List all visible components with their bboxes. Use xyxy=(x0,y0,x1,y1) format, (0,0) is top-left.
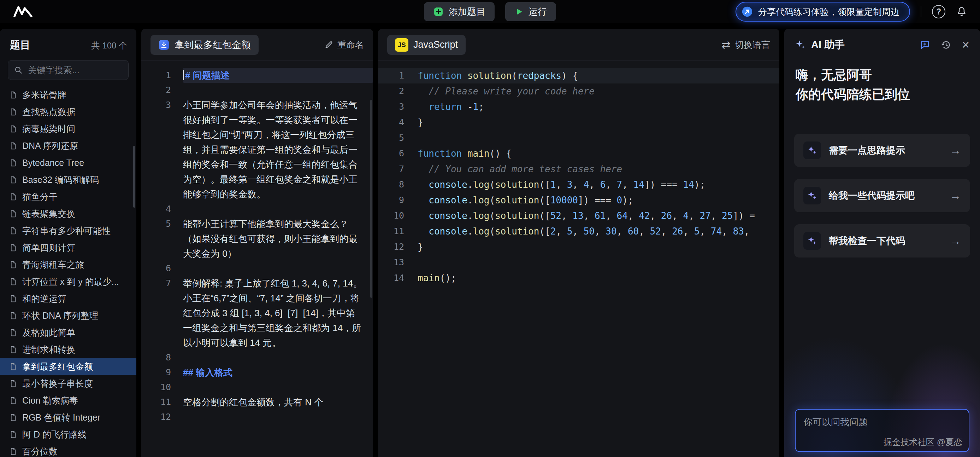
document-icon xyxy=(9,295,18,303)
problem-title-tab[interactable]: 拿到最多红包金额 xyxy=(151,35,259,55)
sidebar-item[interactable]: DNA 序列还原 xyxy=(0,137,136,154)
sidebar-item[interactable]: 进制求和转换 xyxy=(0,341,136,358)
line-number: 12 xyxy=(378,239,418,255)
document-icon xyxy=(9,363,18,371)
suggestion-label: 需要一点思路提示 xyxy=(829,144,905,157)
rename-button[interactable]: 重命名 xyxy=(324,39,364,51)
sidebar-item[interactable]: 病毒感染时间 xyxy=(0,120,136,137)
topbar-actions: 添加题目 运行 xyxy=(424,2,556,21)
sidebar-item-label: 百分位数 xyxy=(22,446,57,457)
history-icon[interactable] xyxy=(941,40,951,50)
markdown-line: 5能帮小王计算下他能拿到的最大奖金么？（如果没有红包可获得，则小王能拿到的最大奖… xyxy=(141,216,373,261)
code-panel-header: JS JavaScript ⇄ 切换语言 xyxy=(378,29,780,61)
sidebar-item[interactable]: RGB 色值转 Integer xyxy=(0,409,136,426)
share-banner[interactable]: 分享代码练习体验，领限量定制周边 xyxy=(735,2,910,22)
sidebar-item[interactable]: 查找热点数据 xyxy=(0,103,136,120)
markdown-editor[interactable]: 1# 问题描述23小王同学参加公司年会的抽奖活动，他运气很好抽到了一等奖。一等奖… xyxy=(141,61,373,457)
sidebar-item[interactable]: 阿 D 的飞行路线 xyxy=(0,426,136,443)
sidebar-item[interactable]: 和的逆运算 xyxy=(0,290,136,307)
sidebar-scrollbar[interactable] xyxy=(133,146,135,208)
document-icon xyxy=(9,176,18,184)
run-button[interactable]: 运行 xyxy=(505,2,556,21)
markdown-line-text xyxy=(183,83,373,97)
sidebar-item[interactable]: 链表聚集交换 xyxy=(0,205,136,222)
ai-title-wrap: AI 助手 xyxy=(795,38,845,52)
play-icon xyxy=(514,7,523,16)
sidebar-item[interactable]: Base32 编码和解码 xyxy=(0,171,136,188)
line-number: 1 xyxy=(378,68,418,83)
sidebar-item-label: 最小替换子串长度 xyxy=(22,378,93,390)
code-line: 3 return -1; xyxy=(378,99,780,115)
search-box[interactable] xyxy=(8,60,129,80)
divider xyxy=(921,6,921,17)
document-icon xyxy=(9,380,18,388)
new-chat-icon[interactable] xyxy=(920,40,930,50)
line-number: 8 xyxy=(378,177,418,192)
ai-input[interactable] xyxy=(795,410,969,451)
sidebar-title: 题目 xyxy=(10,38,30,52)
sidebar-item-label: 猫鱼分干 xyxy=(22,191,57,203)
sidebar-item-label: 字符串有多少种可能性 xyxy=(22,225,111,236)
code-editor[interactable]: 1function solution(redpacks) {2 // Pleas… xyxy=(378,61,780,457)
sidebar-item[interactable]: 青海湖租车之旅 xyxy=(0,256,136,273)
main-area: 题目 共 100 个 多米诺骨牌查找热点数据病毒感染时间DNA 序列还原Byte… xyxy=(0,23,980,457)
bell-icon[interactable] xyxy=(956,6,967,18)
search-input[interactable] xyxy=(27,65,123,76)
suggestion-card[interactable]: 帮我检查一下代码→ xyxy=(794,224,970,257)
sidebar-item[interactable]: Cion 勒索病毒 xyxy=(0,392,136,409)
close-icon[interactable]: × xyxy=(962,38,969,51)
line-number: 6 xyxy=(378,146,418,161)
document-icon xyxy=(9,159,18,167)
code-line-text: main(); xyxy=(418,270,780,286)
help-icon[interactable]: ? xyxy=(932,5,945,18)
banner-text: 分享代码练习体验，领限量定制周边 xyxy=(758,6,899,18)
sparkle-icon xyxy=(795,39,806,51)
code-line-text: } xyxy=(418,115,780,130)
markdown-scrollbar[interactable] xyxy=(370,100,372,298)
markdown-line: 8 xyxy=(141,350,373,365)
code-line: 14main(); xyxy=(378,270,780,286)
document-icon xyxy=(9,244,18,252)
line-number: 5 xyxy=(378,130,418,146)
sidebar-item[interactable]: 最小替换子串长度 xyxy=(0,375,136,392)
code-line: 6function main() { xyxy=(378,146,780,161)
app-root: 添加题目 运行 分享代码练习体验，领限量定制周边 ? xyxy=(0,0,980,457)
sidebar-item-label: 及格如此简单 xyxy=(22,327,75,339)
line-number: 2 xyxy=(141,83,183,97)
pencil-icon xyxy=(324,40,333,49)
sidebar-item-label: 简单四则计算 xyxy=(22,242,75,254)
document-icon xyxy=(9,329,18,337)
sidebar-item[interactable]: 百分位数 xyxy=(0,443,136,457)
ai-input-box[interactable]: 掘金技术社区 @夏恋 xyxy=(795,409,969,452)
code-line-text: function main() { xyxy=(418,146,780,161)
switch-language-button[interactable]: ⇄ 切换语言 xyxy=(722,39,770,51)
code-line-text: console.log(solution([10000]) === 0); xyxy=(418,192,780,208)
markdown-line: 7举例解释: 桌子上放了红包 1, 3, 4, 6, 7, 14。小王在“6,7… xyxy=(141,276,373,350)
markdown-line: 1# 问题描述 xyxy=(141,68,373,83)
suggestion-card[interactable]: 需要一点思路提示→ xyxy=(794,134,970,167)
sidebar-item[interactable]: 及格如此简单 xyxy=(0,324,136,341)
code-line: 8 console.log(solution([1, 3, 4, 6, 7, 1… xyxy=(378,177,780,192)
sidebar-item[interactable]: 猫鱼分干 xyxy=(0,188,136,205)
sidebar-item[interactable]: 计算位置 x 到 y 的最少... xyxy=(0,273,136,290)
code-line-text: console.log(solution([1, 3, 4, 6, 7, 14]… xyxy=(418,177,780,192)
sidebar-item[interactable]: 拿到最多红包金额 xyxy=(0,358,136,375)
sidebar-item[interactable]: 字符串有多少种可能性 xyxy=(0,222,136,239)
document-icon xyxy=(9,193,18,201)
suggestion-card[interactable]: 给我一些代码提示吧→ xyxy=(794,179,970,212)
suggestion-list: 需要一点思路提示→给我一些代码提示吧→帮我检查一下代码→ xyxy=(784,104,980,257)
sidebar-item[interactable]: 多米诺骨牌 xyxy=(0,86,136,103)
code-line: 4} xyxy=(378,115,780,130)
sparkle-icon xyxy=(803,142,821,159)
sidebar-item-label: 病毒感染时间 xyxy=(22,123,75,135)
arrow-right-icon: → xyxy=(950,235,961,248)
suggestion-label: 给我一些代码提示吧 xyxy=(829,189,915,202)
language-tab[interactable]: JS JavaScript xyxy=(387,35,466,55)
add-problem-button[interactable]: 添加题目 xyxy=(424,2,495,21)
code-line-text: return -1; xyxy=(418,99,780,115)
app-logo-icon[interactable] xyxy=(13,5,33,18)
sidebar-item[interactable]: 环状 DNA 序列整理 xyxy=(0,307,136,324)
sidebar-item[interactable]: 简单四则计算 xyxy=(0,239,136,256)
markdown-line: 6 xyxy=(141,261,373,276)
sidebar-item[interactable]: Bytedance Tree xyxy=(0,154,136,171)
